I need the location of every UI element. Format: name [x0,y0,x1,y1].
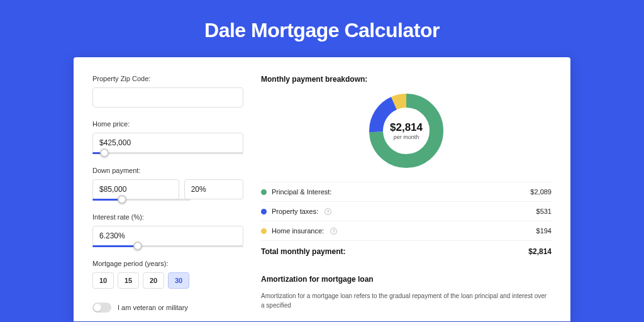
legend: Principal & Interest:$2,089Property taxe… [261,182,552,241]
down-payment-pct-input[interactable] [184,179,243,199]
home-price-slider[interactable] [92,152,243,154]
legend-label: Principal & Interest: [272,188,331,196]
legend-dot-icon [261,189,267,195]
total-label: Total monthly payment: [261,247,345,256]
donut-wrap: $2,814 per month [261,92,552,169]
inputs-panel: Property Zip Code: Home price: Down paym… [92,75,243,304]
zip-field: Property Zip Code: [92,75,243,108]
interest-input[interactable] [92,226,243,246]
help-icon[interactable]: ? [325,208,331,215]
breakdown-panel: Monthly payment breakdown: $2,814 per mo… [261,75,552,304]
legend-value: $531 [536,208,552,215]
total-row: Total monthly payment: $2,814 [261,241,552,266]
legend-left: Home insurance:? [261,227,337,235]
legend-left: Property taxes:? [261,208,331,215]
zip-input[interactable] [92,87,243,108]
legend-value: $194 [536,227,552,235]
home-price-slider-thumb[interactable] [100,148,109,157]
donut-center: $2,814 per month [368,92,445,169]
period-label: Mortgage period (years): [92,260,243,267]
legend-left: Principal & Interest: [261,188,331,196]
interest-label: Interest rate (%): [92,213,243,221]
calculator-card: Property Zip Code: Home price: Down paym… [74,57,570,321]
legend-dot-icon [261,209,267,214]
breakdown-title: Monthly payment breakdown: [261,75,552,84]
period-btn-30[interactable]: 30 [168,272,189,289]
legend-row: Home insurance:?$194 [261,221,552,241]
period-btn-20[interactable]: 20 [143,272,164,289]
help-icon[interactable]: ? [330,228,337,235]
interest-slider-thumb[interactable] [133,242,142,250]
down-payment-field: Down payment: [92,167,243,201]
legend-row: Principal & Interest:$2,089 [261,182,552,201]
veteran-toggle[interactable] [92,303,111,313]
interest-slider-fill [92,245,138,247]
total-value: $2,814 [528,247,552,256]
amortization-text: Amortization for a mortgage loan refers … [261,291,552,310]
veteran-row: I am veteran or military [92,303,243,313]
donut-amount: $2,814 [390,121,423,134]
period-btn-15[interactable]: 15 [118,272,139,289]
home-price-input[interactable] [92,133,243,153]
veteran-toggle-knob [94,304,101,311]
home-price-label: Home price: [92,120,243,128]
legend-row: Property taxes:?$531 [261,201,552,221]
donut-sub: per month [394,134,419,140]
home-price-field: Home price: [92,120,243,154]
legend-label: Property taxes: [272,208,318,215]
legend-label: Home insurance: [272,227,324,235]
down-payment-slider[interactable] [92,199,191,201]
page-title: Dale Mortgage Calculator [0,0,644,57]
period-btn-10[interactable]: 10 [92,272,114,289]
period-field: Mortgage period (years): 10152030 [92,260,243,289]
down-payment-label: Down payment: [92,167,243,174]
veteran-label: I am veteran or military [118,304,188,311]
donut-chart: $2,814 per month [368,92,445,169]
zip-label: Property Zip Code: [92,75,243,82]
down-payment-input[interactable] [92,179,179,199]
down-payment-slider-thumb[interactable] [118,195,126,204]
interest-slider[interactable] [92,245,243,247]
period-buttons: 10152030 [92,272,243,289]
legend-value: $2,089 [530,188,552,196]
legend-dot-icon [261,228,267,234]
interest-field: Interest rate (%): [92,213,243,247]
amortization-title: Amortization for mortgage loan [261,275,552,284]
